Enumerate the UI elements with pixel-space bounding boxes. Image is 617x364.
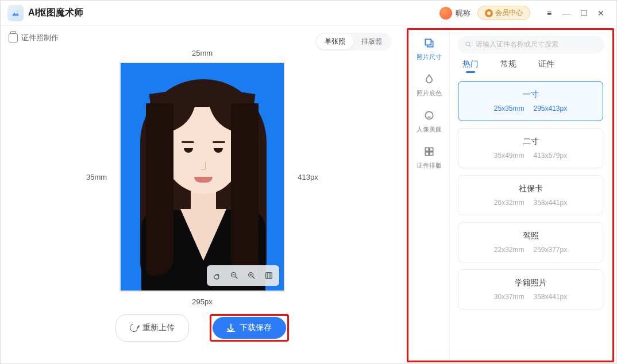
svg-rect-8: [425, 152, 429, 156]
size-title: 学籍照片: [464, 278, 597, 288]
svg-rect-6: [425, 148, 429, 151]
size-meta: 30x37mm358x441px: [464, 293, 597, 301]
rail-photo-size[interactable]: 照片尺寸: [417, 37, 442, 61]
size-title: 社保卡: [464, 184, 597, 194]
vip-badge-icon: [485, 9, 493, 17]
svg-rect-9: [429, 152, 433, 156]
size-title: 驾照: [464, 231, 597, 241]
droplet-icon: [423, 73, 435, 86]
vip-label: 会员中心: [495, 8, 523, 18]
rail-beauty[interactable]: 人像美颜: [417, 109, 442, 134]
breadcrumb-label: 证件照制作: [21, 33, 59, 43]
reupload-label: 重新上传: [142, 323, 175, 333]
menu-icon[interactable]: ≡: [541, 5, 558, 22]
size-search-input[interactable]: 请输入证件名称或尺寸搜索: [458, 36, 604, 53]
zoom-toolbar: [207, 265, 279, 286]
rail-layout[interactable]: 证件排版: [417, 145, 442, 170]
dimension-left: 35mm: [82, 173, 111, 181]
dimension-right: 413px: [293, 173, 323, 181]
size-title: 一寸: [464, 90, 597, 100]
svg-rect-3: [266, 273, 272, 279]
app-title: AI抠图魔术师: [28, 7, 83, 19]
canvas-area: 25mm 35mm: [9, 47, 396, 359]
dimension-top: 25mm: [192, 49, 213, 57]
avatar-icon[interactable]: [439, 7, 452, 20]
minimize-icon[interactable]: —: [558, 5, 575, 22]
size-card[interactable]: 一寸25x35mm295x413px: [458, 81, 603, 121]
fit-icon[interactable]: [262, 269, 276, 282]
home-icon: [9, 33, 18, 42]
size-meta: 35x49mm413x579px: [464, 152, 597, 160]
size-icon: [423, 37, 435, 49]
svg-rect-7: [429, 148, 433, 151]
size-tabs: 热门 常规 证件: [458, 59, 604, 73]
face-icon: [423, 109, 435, 122]
close-icon[interactable]: ✕: [592, 5, 610, 22]
svg-point-10: [466, 42, 470, 46]
size-card[interactable]: 学籍照片30x37mm358x441px: [458, 269, 603, 309]
editor-pane: 证件照制作 单张照 排版照 25mm 35mm: [1, 26, 404, 364]
mode-layout[interactable]: 排版照: [353, 34, 390, 49]
dimension-bottom: 295px: [192, 297, 212, 306]
size-title: 二寸: [464, 137, 597, 147]
tab-hot[interactable]: 热门: [462, 59, 479, 73]
mode-single[interactable]: 单张照: [317, 34, 353, 49]
zoom-out-icon[interactable]: [227, 269, 241, 282]
size-list: 一寸25x35mm295x413px二寸35x49mm413x579px社保卡2…: [458, 81, 604, 355]
size-card[interactable]: 二寸35x49mm413x579px: [458, 128, 603, 168]
size-card[interactable]: 驾照22x32mm259x377px: [458, 222, 603, 262]
svg-point-0: [17, 10, 18, 11]
photo-preview[interactable]: [119, 62, 285, 292]
mode-toggle: 单张照 排版照: [315, 33, 391, 51]
size-meta: 22x32mm259x377px: [464, 246, 597, 254]
reupload-button[interactable]: 重新上传: [115, 314, 189, 342]
tab-cert[interactable]: 证件: [538, 59, 554, 73]
maximize-icon[interactable]: ☐: [575, 5, 592, 22]
tool-rail: 照片尺寸 照片底色 人像美颜 证件排版: [408, 30, 450, 361]
reload-icon: [128, 322, 139, 333]
size-card[interactable]: 社保卡26x32mm358x441px: [458, 175, 603, 215]
rail-bg-color[interactable]: 照片底色: [417, 73, 442, 98]
side-panel: 照片尺寸 照片底色 人像美颜 证件排版 请输入证件名称或尺: [404, 26, 616, 364]
action-row: 重新上传 下载保存: [115, 314, 289, 342]
download-button[interactable]: 下载保存: [213, 317, 286, 339]
svg-rect-4: [425, 39, 431, 45]
app-logo-icon: [7, 5, 24, 21]
titlebar: AI抠图魔术师 昵称 会员中心 ≡ — ☐ ✕: [1, 1, 616, 26]
zoom-in-icon[interactable]: [245, 269, 259, 282]
search-placeholder: 请输入证件名称或尺寸搜索: [476, 40, 558, 49]
vip-center-button[interactable]: 会员中心: [477, 6, 530, 20]
size-panel: 请输入证件名称或尺寸搜索 热门 常规 证件 一寸25x35mm295x413px…: [450, 30, 612, 361]
search-icon: [465, 41, 472, 48]
download-icon: [227, 324, 235, 332]
size-meta: 25x35mm295x413px: [464, 104, 597, 113]
svg-point-5: [425, 111, 433, 119]
nickname-label[interactable]: 昵称: [456, 8, 471, 18]
tab-normal[interactable]: 常规: [500, 59, 516, 73]
size-meta: 26x32mm358x441px: [464, 199, 597, 207]
download-label: 下载保存: [240, 323, 272, 333]
pan-icon[interactable]: [210, 269, 224, 282]
grid-icon: [423, 145, 435, 158]
